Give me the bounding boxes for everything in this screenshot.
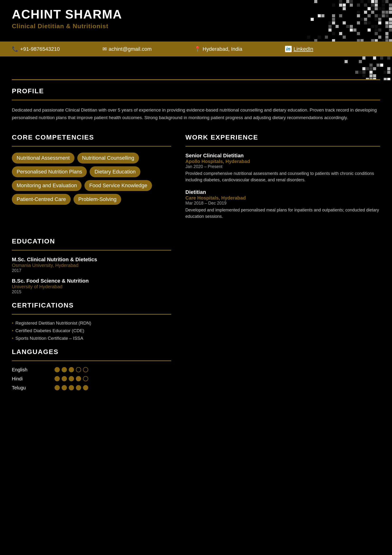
filled-dot [69, 385, 74, 390]
pixel-cell [345, 74, 348, 77]
pixel-cell [387, 57, 390, 59]
empty-dot [76, 367, 81, 372]
pixel-cell [348, 57, 351, 59]
pixel-cell [332, 39, 335, 42]
edu-year: 2015 [12, 290, 171, 294]
experience-list: Senior Clinical Dietitian Apollo Hospita… [185, 153, 380, 220]
pixel-cell [380, 64, 383, 67]
skills-header: CORE COMPETENCIES [12, 134, 171, 141]
pixel-cell [359, 74, 362, 77]
skill-tag: Personalised Nutrition Plans [12, 166, 87, 177]
pixel-cell [364, 39, 367, 42]
header-section: ACHINT SHARMA Clinical Dietitian & Nutri… [0, 0, 392, 42]
pixel-cell [304, 36, 307, 39]
phone-icon: 📞 [12, 46, 18, 52]
certifications-header: CERTIFICATIONS [12, 302, 171, 309]
pixel-cell [348, 71, 351, 74]
email-icon: ✉ [102, 46, 107, 52]
pixel-cell [346, 36, 349, 39]
language-item: Telugu [12, 385, 171, 391]
pixel-cell [353, 39, 356, 42]
pixel-cell [355, 64, 358, 67]
filled-dot [55, 385, 60, 390]
email-address: achint@gmail.com [109, 46, 151, 52]
pixel-cell [377, 57, 380, 59]
pixel-cell [366, 74, 369, 77]
pixel-cell [335, 36, 339, 39]
language-name: English [12, 367, 50, 372]
languages-header: LANGUAGES [12, 348, 171, 356]
pixel-cell [387, 67, 390, 70]
pixel-cell [368, 36, 371, 39]
pixel-cell [377, 67, 380, 70]
pixel-cell [359, 67, 362, 70]
pixel-cell [370, 57, 372, 59]
linkedin-link[interactable]: LinkedIn [294, 46, 313, 52]
pixel-cell [307, 39, 310, 42]
language-dots [55, 367, 88, 372]
pixel-cell [380, 74, 383, 77]
pixel-cell [355, 71, 358, 74]
pixel-cell [348, 67, 351, 70]
exp-role: Senior Clinical Dietitian [185, 153, 380, 159]
pixel-cell [346, 39, 349, 42]
empty-dot [83, 376, 88, 381]
experience-column: WORK EXPERIENCE Senior Clinical Dietitia… [185, 134, 380, 226]
pixel-cell [362, 67, 365, 70]
linkedin-icon: in [285, 46, 292, 52]
pixel-cell [362, 74, 365, 77]
pixel-cell [332, 36, 335, 39]
pixel-cell [362, 71, 365, 74]
exp-role: Dietitian [185, 189, 380, 195]
pixel-cell [352, 60, 355, 63]
pixel-cell [362, 64, 365, 67]
profile-divider [12, 100, 380, 100]
language-name: Hindi [12, 376, 50, 381]
pixel-cell [364, 36, 367, 39]
skill-tag: Dietary Education [90, 166, 140, 177]
pixel-cell [384, 60, 387, 63]
pixel-cell [382, 39, 385, 42]
pixel-cell [373, 57, 376, 59]
filled-dot [55, 376, 60, 381]
pixel-cell [370, 64, 372, 67]
pixel-cell [378, 39, 381, 42]
person-name: ACHINT SHARMA [12, 7, 380, 21]
location-icon: 📍 [194, 46, 201, 52]
language-dots [55, 385, 88, 390]
pixel-cell [387, 78, 390, 80]
pixel-cell [355, 67, 358, 70]
pixel-cell [307, 36, 310, 39]
pixel-cell [355, 60, 358, 63]
exp-org: Care Hospitals, Hyderabad [185, 195, 380, 201]
pixel-cell [384, 64, 387, 67]
skill-tag: Food Service Knowledge [85, 180, 152, 191]
pixel-cell [357, 36, 360, 39]
pixel-cell [328, 36, 332, 39]
pixel-cell [385, 39, 388, 42]
edu-year: 2017 [12, 268, 171, 273]
pixel-cell [371, 36, 374, 39]
skill-tag: Problem-Solving [73, 194, 121, 205]
pixel-cell [366, 71, 369, 74]
filled-dot [55, 367, 60, 372]
skill-tag: Nutritional Assessment [12, 153, 74, 163]
certifications-list: Registered Dietitian Nutritionist (RDN)C… [12, 321, 171, 341]
pixel-cell [373, 60, 376, 63]
pixel-cell [325, 36, 328, 39]
location-contact: 📍 Hyderabad, India [194, 46, 242, 52]
pixel-cell [366, 64, 369, 67]
filled-dot [62, 385, 67, 390]
pixel-cell [387, 64, 390, 67]
pixel-cell [375, 39, 378, 42]
pixel-cell [318, 39, 321, 42]
bottom-right-column [185, 238, 380, 394]
linkedin-contact[interactable]: in LinkedIn [285, 46, 313, 52]
cert-item: Registered Dietitian Nutritionist (RDN) [12, 321, 171, 326]
pixel-cell [348, 60, 351, 63]
section-gold-divider [12, 79, 380, 80]
pixel-cell [339, 36, 342, 39]
pixel-cell [377, 60, 380, 63]
experience-divider [185, 146, 380, 147]
pixel-cell [375, 36, 378, 39]
